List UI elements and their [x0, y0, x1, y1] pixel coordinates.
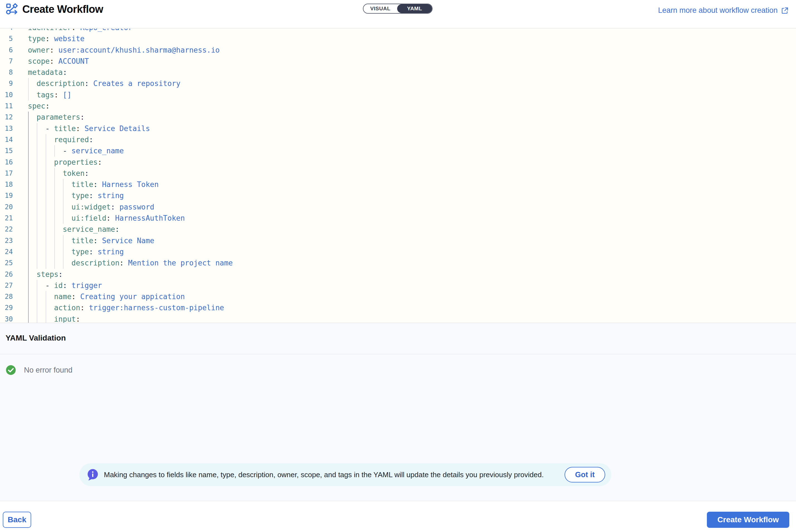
- code-text: type: string: [0, 190, 796, 201]
- learn-more-label: Learn more about workflow creation: [658, 6, 778, 15]
- line-number: 5: [0, 33, 13, 44]
- line-number: 28: [0, 291, 13, 302]
- page-header: Create Workflow VISUAL YAML Learn more a…: [0, 0, 796, 28]
- code-text: - id: trigger: [0, 280, 796, 291]
- indent-guide: [37, 224, 37, 235]
- code-line-28[interactable]: 28name: Creating your appication: [0, 291, 796, 302]
- toggle-visual-option[interactable]: VISUAL: [363, 4, 397, 13]
- indent-guide: [28, 302, 29, 313]
- create-workflow-button[interactable]: Create Workflow: [707, 512, 789, 528]
- indent-guide: [63, 179, 64, 190]
- got-it-button[interactable]: Got it: [564, 467, 605, 482]
- page-title: Create Workflow: [22, 3, 103, 16]
- code-line-11[interactable]: 11spec:: [0, 100, 796, 112]
- code-text: title: Service Name: [0, 235, 796, 246]
- code-text: type: string: [0, 246, 796, 258]
- line-number: 25: [0, 258, 13, 268]
- indent-guide: [54, 235, 55, 246]
- learn-more-link[interactable]: Learn more about workflow creation: [658, 6, 789, 15]
- workflow-icon: [5, 2, 18, 15]
- line-number: 12: [0, 112, 13, 123]
- code-text: required:: [0, 134, 796, 145]
- indent-guide: [37, 235, 37, 246]
- indent-guide: [54, 145, 55, 156]
- yaml-code-lines: 4identifier: Repo_creator5type: website6…: [0, 28, 796, 323]
- code-line-10[interactable]: 10tags: []: [0, 89, 796, 100]
- validation-title: YAML Validation: [5, 334, 66, 343]
- create-workflow-page: Create Workflow VISUAL YAML Learn more a…: [0, 0, 796, 532]
- code-line-30[interactable]: 30input:: [0, 314, 796, 323]
- indent-guide: [54, 168, 55, 179]
- indent-guide: [46, 179, 46, 190]
- indent-guide: [46, 246, 46, 258]
- code-text: name: Creating your appication: [0, 291, 796, 302]
- indent-guide: [28, 258, 29, 268]
- indent-guide: [37, 145, 37, 156]
- code-line-8[interactable]: 8metadata:: [0, 67, 796, 78]
- code-line-4[interactable]: 4identifier: Repo_creator: [0, 28, 796, 33]
- indent-guide: [46, 258, 46, 268]
- indent-guide: [46, 190, 46, 201]
- code-line-12[interactable]: 12parameters:: [0, 112, 796, 123]
- code-line-25[interactable]: 25description: Mention the project name: [0, 258, 796, 268]
- footer-bar: Back Create Workflow: [0, 501, 796, 532]
- code-line-26[interactable]: 26steps:: [0, 269, 796, 280]
- indent-guide: [28, 179, 29, 190]
- line-number: 16: [0, 157, 13, 168]
- line-number: 9: [0, 78, 13, 89]
- indent-guide: [28, 269, 29, 280]
- indent-guide: [54, 202, 55, 213]
- line-number: 17: [0, 168, 13, 179]
- code-text: service_name:: [0, 224, 796, 235]
- code-line-19[interactable]: 19type: string: [0, 190, 796, 201]
- code-line-20[interactable]: 20ui:widget: password: [0, 202, 796, 213]
- code-line-9[interactable]: 9description: Creates a repository: [0, 78, 796, 89]
- code-text: owner: user:account/khushi.sharma@harnes…: [0, 44, 796, 56]
- code-line-29[interactable]: 29action: trigger:harness-custom-pipelin…: [0, 302, 796, 313]
- info-banner: Making changes to fields like name, type…: [79, 463, 611, 486]
- yaml-editor[interactable]: 4identifier: Repo_creator5type: website6…: [0, 28, 796, 323]
- indent-guide: [46, 168, 46, 179]
- code-line-13[interactable]: 13- title: Service Details: [0, 123, 796, 134]
- line-number: 29: [0, 302, 13, 313]
- code-line-15[interactable]: 15- service_name: [0, 145, 796, 156]
- code-line-17[interactable]: 17token:: [0, 168, 796, 179]
- code-line-22[interactable]: 22service_name:: [0, 224, 796, 235]
- code-text: identifier: Repo_creator: [0, 28, 796, 33]
- indent-guide: [28, 134, 29, 145]
- back-button[interactable]: Back: [3, 512, 31, 528]
- line-number: 8: [0, 67, 13, 78]
- indent-guide: [63, 246, 64, 258]
- indent-guide: [54, 224, 55, 235]
- visual-yaml-toggle[interactable]: VISUAL YAML: [363, 4, 433, 14]
- indent-guide: [63, 213, 64, 224]
- code-line-24[interactable]: 24type: string: [0, 246, 796, 258]
- code-text: description: Creates a repository: [0, 78, 796, 89]
- indent-guide: [46, 291, 46, 302]
- code-line-6[interactable]: 6owner: user:account/khushi.sharma@harne…: [0, 44, 796, 56]
- code-line-23[interactable]: 23title: Service Name: [0, 235, 796, 246]
- indent-guide: [28, 235, 29, 246]
- indent-guide: [28, 280, 29, 291]
- code-line-16[interactable]: 16properties:: [0, 157, 796, 168]
- success-check-icon: [5, 365, 16, 375]
- toggle-yaml-option[interactable]: YAML: [397, 4, 432, 13]
- code-line-5[interactable]: 5type: website: [0, 33, 796, 44]
- code-text: metadata:: [0, 67, 796, 78]
- code-line-18[interactable]: 18title: Harness Token: [0, 179, 796, 190]
- code-text: tags: []: [0, 89, 796, 100]
- code-line-7[interactable]: 7scope: ACCOUNT: [0, 56, 796, 67]
- code-line-27[interactable]: 27- id: trigger: [0, 280, 796, 291]
- validation-status: No error found: [5, 365, 72, 375]
- code-line-14[interactable]: 14required:: [0, 134, 796, 145]
- indent-guide: [54, 179, 55, 190]
- validation-header: YAML Validation: [0, 323, 796, 354]
- indent-guide: [46, 235, 46, 246]
- indent-guide: [28, 246, 29, 258]
- indent-guide: [46, 213, 46, 224]
- indent-guide: [46, 145, 46, 156]
- indent-guide: [37, 280, 37, 291]
- indent-guide: [37, 258, 37, 268]
- code-line-21[interactable]: 21ui:field: HarnessAuthToken: [0, 213, 796, 224]
- indent-guide: [63, 258, 64, 268]
